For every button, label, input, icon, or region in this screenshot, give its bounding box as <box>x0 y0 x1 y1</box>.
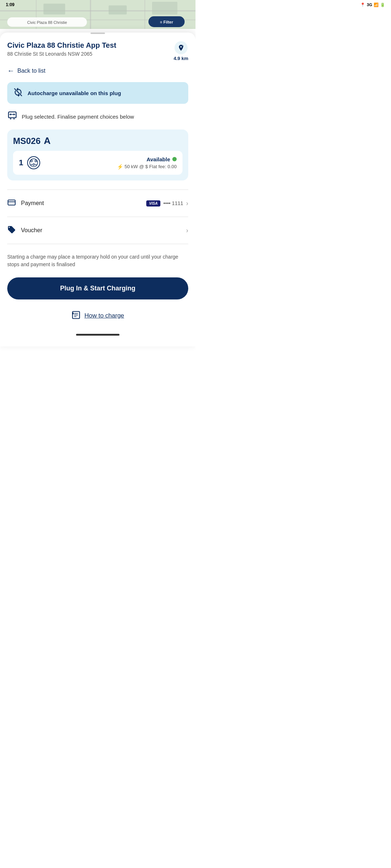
svg-point-13 <box>181 45 183 47</box>
voucher-left: Voucher <box>7 225 42 235</box>
plug-notice-text: Plug selected. Finalise payment choices … <box>22 114 134 120</box>
location-pin-icon <box>175 41 188 54</box>
bolt-icon: ⚡ <box>117 164 123 170</box>
card-mask: •••• 1111 <box>163 200 183 206</box>
svg-point-24 <box>31 160 33 162</box>
svg-point-27 <box>31 164 32 165</box>
status-bar: 1:09 📍 3G 📶 🔋 <box>0 0 196 9</box>
distance-container: 4.9 km <box>174 41 188 61</box>
available-label: Available <box>147 156 170 162</box>
back-button-label: Back to list <box>17 68 45 74</box>
divider-mid <box>7 217 188 217</box>
svg-rect-18 <box>14 118 14 120</box>
divider-top <box>7 190 188 190</box>
svg-text:≡ Filter: ≡ Filter <box>160 20 173 24</box>
payment-notice: Starting a charge may place a temporary … <box>7 246 188 277</box>
payment-right: VISA •••• 1111 › <box>146 200 188 207</box>
autocharge-sync-icon <box>13 87 23 99</box>
availability-badge: Available <box>117 156 177 162</box>
voucher-label: Voucher <box>21 227 42 234</box>
how-to-charge-icon <box>71 310 81 321</box>
available-dot <box>172 157 177 161</box>
visa-badge: VISA <box>146 200 160 207</box>
svg-point-26 <box>33 164 35 166</box>
start-charging-button[interactable]: Plug In & Start Charging <box>7 277 188 299</box>
svg-point-22 <box>28 157 40 169</box>
payment-chevron-icon: › <box>186 200 188 207</box>
station-address: 88 Christie St St Leonards NSW 2065 <box>7 51 120 57</box>
divider-bottom <box>7 244 188 244</box>
charger-id-text: MS026 <box>13 136 41 146</box>
svg-rect-16 <box>9 112 16 118</box>
back-to-list-button[interactable]: ← Back to list <box>7 67 45 75</box>
bottom-sheet: Civic Plaza 88 Christie App Test 88 Chri… <box>0 33 196 346</box>
plug-row[interactable]: 1 Available <box>13 151 182 175</box>
svg-text:Civic Plaza 88 Christie: Civic Plaza 88 Christie <box>27 20 67 25</box>
plug-details: ⚡ 50 kW @ $ Flat fee: 0.00 <box>117 164 177 170</box>
time: 1:09 <box>6 2 14 7</box>
plug-left: 1 <box>19 156 41 170</box>
station-header: Civic Plaza 88 Christie App Test 88 Chri… <box>7 34 188 67</box>
plug-right: Available ⚡ 50 kW @ $ Flat fee: 0.00 <box>117 156 177 170</box>
station-name: Civic Plaza 88 Christie App Test <box>7 41 116 50</box>
svg-point-28 <box>35 164 37 165</box>
payment-left: Payment <box>7 198 44 208</box>
autocharge-banner: Autocharge unavailable on this plug <box>7 82 188 104</box>
station-info: Civic Plaza 88 Christie App Test 88 Chri… <box>7 41 120 57</box>
voucher-tag-icon <box>7 225 16 235</box>
payment-label: Payment <box>21 200 44 207</box>
charger-id-suffix: A <box>44 135 51 146</box>
power-rate: 50 kW @ $ Flat fee: 0.00 <box>125 164 177 169</box>
charger-id: MS026 A <box>13 135 182 146</box>
svg-rect-17 <box>10 118 11 120</box>
charger-card: MS026 A 1 <box>7 129 188 180</box>
plug-number: 1 <box>19 158 23 167</box>
back-arrow-icon: ← <box>7 67 14 75</box>
connector-icon <box>27 156 41 170</box>
svg-point-25 <box>35 160 37 162</box>
voucher-row[interactable]: Voucher › <box>7 219 188 242</box>
how-to-charge-label: How to charge <box>84 312 124 319</box>
home-indicator <box>76 334 119 336</box>
voucher-chevron-icon: › <box>186 227 188 234</box>
plug-notice: Plug selected. Finalise payment choices … <box>7 111 188 122</box>
payment-row[interactable]: Payment VISA •••• 1111 › <box>7 192 188 215</box>
autocharge-message: Autocharge unavailable on this plug <box>28 90 121 96</box>
svg-rect-29 <box>8 200 15 205</box>
payment-card-icon <box>7 198 16 208</box>
plug-notice-icon <box>7 111 17 122</box>
voucher-right: › <box>186 227 188 234</box>
distance-value: 4.9 km <box>174 56 188 61</box>
how-to-charge-link[interactable]: How to charge <box>7 307 188 328</box>
